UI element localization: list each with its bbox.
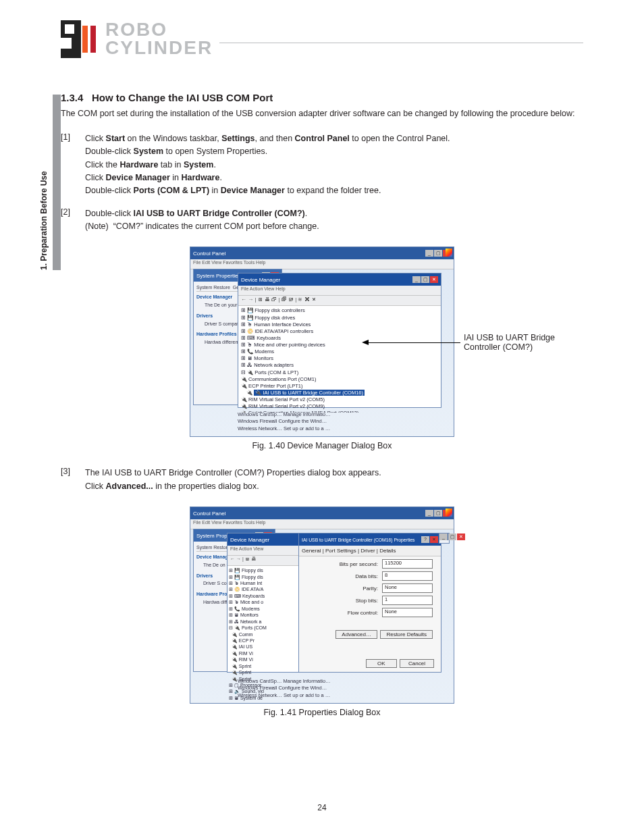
callout-arrow-icon — [362, 340, 369, 345]
input-parity[interactable]: None — [382, 583, 433, 593]
step-2-note: (Note) “COM?” indicates the current COM … — [85, 220, 583, 233]
step-2-content: Double-click IAI USB to UART Bridge Cont… — [85, 207, 583, 234]
step-2-num: [2] — [61, 207, 77, 234]
control-panel-title-2: Control Panel — [193, 511, 225, 517]
tree-item[interactable]: ⊟ 🔌 Ports (COM & LPT) — [238, 369, 441, 376]
tree-item[interactable]: ⊞ 💾 Floppy disk drives — [238, 315, 441, 321]
logo: ROBO CYLINDER — [61, 20, 213, 58]
cp-row[interactable]: Wireless Network… Set up or add to a … — [238, 692, 331, 700]
tree-item[interactable]: ⊞ 📀 IDE ATA/ATAPI controllers — [238, 328, 441, 335]
step-2-line-0: Double-click IAI USB to UART Bridge Cont… — [85, 207, 583, 220]
device-manager-window-2: Device Manager File Action View ← → | 🗉 … — [227, 533, 302, 673]
field-parity: Parity: None — [299, 583, 433, 593]
tree-item[interactable]: 🔌 RIM Virtual Serial Port v2 (COM9) — [238, 403, 441, 410]
control-panel-titlebar: Control Panel _▢✕ — [190, 247, 454, 259]
tree-item[interactable]: ⊞ 🖥 Monitors — [238, 355, 441, 362]
field-data-bits: Data bits: 8 — [299, 571, 433, 581]
logo-line1: ROBO — [105, 21, 213, 39]
advanced-button[interactable]: Advanced… — [336, 630, 377, 639]
logo-mark — [61, 20, 101, 58]
step-3-line-0: The IAI USB to UART Bridge Controller (C… — [85, 467, 583, 479]
device-manager-title-2: Device Manager — [230, 537, 269, 543]
device-manager-titlebar-2: Device Manager — [227, 533, 302, 546]
input-data-bits[interactable]: 8 — [382, 571, 433, 581]
label-stop-bits: Stop bits: — [356, 598, 378, 604]
screenshot-devmgr: Control Panel _▢✕ File Edit View Favorit… — [190, 246, 454, 437]
properties-dialog: IAI USB to UART Bridge Controller (COM16… — [298, 533, 441, 673]
device-tree[interactable]: ⊞ 💾 Floppy disk controllers ⊞ 💾 Floppy d… — [238, 306, 441, 413]
step-3-content: The IAI USB to UART Bridge Controller (C… — [85, 467, 583, 493]
properties-titlebar: IAI USB to UART Bridge Controller (COM16… — [299, 533, 441, 546]
cp-row[interactable]: Windows Firewall Configure the Wind… — [238, 685, 331, 692]
background-window-titlebar: _▢✕ — [439, 533, 449, 540]
device-manager-toolbar[interactable]: ← → | 🗉 🖶 🗗 | 🗊 🖳 | ≋ 🗙 🗶 — [238, 296, 441, 306]
properties-close-icon[interactable]: ?✕ — [421, 536, 438, 543]
section-title: How to Change the IAI USB COM Port — [92, 92, 273, 103]
ok-button[interactable]: OK — [366, 659, 397, 668]
chapter-tab — [53, 95, 61, 270]
section-intro: The COM port set during the installation… — [61, 107, 583, 120]
callout-line — [369, 342, 460, 343]
label-flow-control: Flow control: — [348, 610, 378, 616]
devmgr-window-controls-icon[interactable]: _▢✕ — [412, 276, 438, 283]
step-1-num: [1] — [61, 132, 77, 198]
chapter-label: 1. Preparation Before Use — [39, 171, 49, 270]
cp-row[interactable]: Windows Firewall Configure the Wind… — [238, 418, 331, 425]
label-data-bits: Data bits: — [355, 573, 378, 579]
step-3-num: [3] — [61, 467, 77, 493]
input-bps[interactable]: 115200 — [382, 559, 433, 569]
tree-item[interactable]: 🔌 RIM Virtual Serial Port v2 (COM5) — [238, 396, 441, 403]
page-header: ROBO CYLINDER — [61, 20, 583, 65]
windows-flag-icon — [446, 509, 452, 517]
tree-item-highlight[interactable]: 🔌 🔌 IAI USB to UART Bridge Controller (C… — [238, 390, 441, 396]
cp-row[interactable]: Windows CardSp… Manage Informatio… — [238, 411, 331, 419]
devmgr-toolbar-2[interactable]: ← → | 🗉 🖶 — [227, 556, 302, 566]
field-flow-control: Flow control: None — [299, 608, 433, 617]
cancel-button[interactable]: Cancel — [400, 659, 434, 668]
control-panel-titlebar-2: Control Panel _▢✕ — [190, 507, 454, 519]
figure-1-41-caption: Fig. 1.41 Properties Dialog Box — [61, 708, 583, 717]
figure-1-40: Control Panel _▢✕ File Edit View Favorit… — [61, 246, 583, 437]
cp-row[interactable]: Windows CardSp… Manage Informatio… — [238, 678, 331, 685]
tree-item[interactable]: ⊞ 💾 Floppy disk controllers — [238, 307, 441, 314]
figure-1-41: Control Panel _▢✕ File Edit View Favorit… — [61, 506, 583, 704]
page-number: 24 — [0, 803, 644, 812]
cp-row[interactable]: Wireless Network… Set up or add to a … — [238, 425, 331, 433]
tree-item[interactable]: ⊞ 📞 Modems — [238, 348, 441, 355]
tree-item[interactable]: ⊞ 🖱 Human Interface Devices — [238, 321, 441, 328]
tree-item[interactable]: 🔌 Communications Port (COM1) — [238, 376, 441, 383]
device-manager-titlebar: Device Manager _▢✕ — [238, 273, 441, 286]
control-panel-rows: Windows CardSp… Manage Informatio… Windo… — [238, 411, 331, 433]
field-stop-bits: Stop bits: 1 — [299, 596, 433, 605]
properties-tabs[interactable]: General | Port Settings | Driver | Detai… — [299, 546, 441, 556]
tree-item[interactable]: 🔌 ECP Printer Port (LPT1) — [238, 383, 441, 390]
input-stop-bits[interactable]: 1 — [382, 596, 433, 605]
step-1-line-1: Double-click System to open System Prope… — [85, 145, 583, 158]
section-number: 1.3.4 — [61, 92, 83, 103]
device-manager-menu[interactable]: File Action View Help — [238, 286, 441, 296]
control-panel-rows-2: Windows CardSp… Manage Informatio… Windo… — [238, 678, 331, 700]
label-parity: Parity: — [363, 585, 378, 592]
control-panel-menu-2[interactable]: File Edit View Favorites Tools Help — [190, 519, 454, 529]
tree-item[interactable]: ⊞ ⌨ Keyboards — [238, 335, 441, 342]
system-properties-title: System Properties — [196, 273, 240, 279]
device-manager-title: Device Manager — [241, 277, 280, 283]
tree-item[interactable]: ⊞ 🖧 Network adapters — [238, 362, 441, 369]
logo-text: ROBO CYLINDER — [105, 21, 213, 57]
properties-title: IAI USB to UART Bridge Controller (COM16… — [302, 538, 414, 542]
devmgr-menu-2[interactable]: File Action View — [227, 546, 302, 556]
step-1: [1] Click Start on the Windows taskbar, … — [61, 132, 583, 198]
step-1-content: Click Start on the Windows taskbar, Sett… — [85, 132, 583, 198]
control-panel-title: Control Panel — [193, 251, 225, 257]
restore-defaults-button[interactable]: Restore Defaults — [380, 630, 433, 639]
screenshot-properties: Control Panel _▢✕ File Edit View Favorit… — [190, 506, 454, 704]
step-1-line-4: Double-click Ports (COM & LPT) in Device… — [85, 184, 583, 197]
device-manager-window: Device Manager _▢✕ File Action View Help… — [238, 273, 441, 408]
bg-window-controls-icon[interactable]: _▢✕ — [439, 533, 465, 540]
background-window-stub: _▢✕ — [439, 533, 450, 544]
logo-line2: CYLINDER — [105, 39, 213, 57]
header-rule — [219, 43, 583, 43]
step-3: [3] The IAI USB to UART Bridge Controlle… — [61, 467, 583, 493]
control-panel-menu[interactable]: File Edit View Favorites Tools Help — [190, 259, 454, 269]
input-flow-control[interactable]: None — [382, 608, 433, 617]
